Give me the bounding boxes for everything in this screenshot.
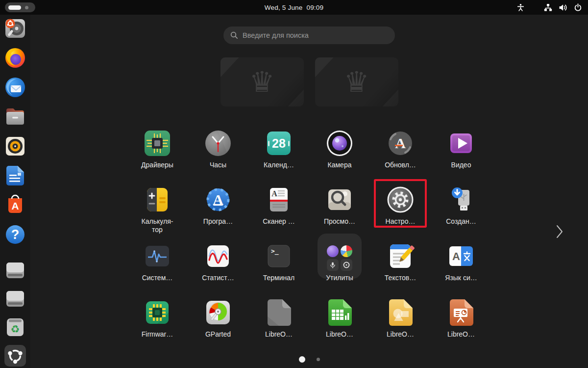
app-clocks[interactable]: Часы: [188, 124, 248, 180]
dock-help[interactable]: ?: [3, 223, 27, 246]
mini-pie-chart-icon: [341, 245, 352, 257]
app-text-editor[interactable]: Текстов…: [370, 237, 431, 293]
app-startup-disk-creator[interactable]: Создан…: [431, 180, 491, 237]
dock-app-center[interactable]: A: [3, 193, 27, 217]
app-libreoffice-impress[interactable]: LibreO…: [431, 293, 491, 349]
mini-disk-icon: [341, 259, 352, 271]
annotation-highlight-box: [374, 179, 427, 228]
trash-icon: ♻: [3, 315, 27, 339]
dock-thunderbird[interactable]: [3, 76, 27, 99]
page-dot-active[interactable]: [299, 356, 305, 363]
app-videos[interactable]: Видео: [431, 124, 491, 180]
app-settings[interactable]: Настро…: [370, 180, 431, 237]
libreoffice-startcenter-icon: [263, 297, 294, 328]
calculator-icon: [142, 184, 173, 215]
dock-rhythmbox[interactable]: [3, 134, 27, 158]
libreoffice-impress-icon: [445, 297, 477, 328]
folder-label: Утилиты: [326, 274, 353, 282]
app-label: Камера: [328, 161, 352, 169]
dock-firefox[interactable]: [3, 46, 27, 70]
app-label: Сканер …: [263, 217, 295, 226]
clock-menu[interactable]: Wed, 5 June 09:09: [0, 4, 588, 11]
ubuntu-installer-icon: [3, 17, 27, 40]
app-gparted[interactable]: GParted: [188, 293, 248, 349]
dock-libreoffice-writer[interactable]: [3, 164, 27, 187]
app-label: Видео: [451, 161, 471, 169]
folder-utilities[interactable]: Утилиты: [309, 237, 370, 293]
text-editor-icon: [385, 240, 416, 272]
drive-icon: [3, 259, 27, 282]
dock-ubuntu-installer[interactable]: [3, 17, 27, 40]
app-label: Календ…: [264, 161, 294, 169]
next-page-chevron-icon[interactable]: [554, 224, 565, 241]
mini-microphone-icon: [327, 259, 339, 271]
app-document-scanner[interactable]: A Сканер …: [248, 180, 309, 237]
utilities-folder-icon: [327, 245, 352, 271]
power-icon[interactable]: [574, 3, 582, 12]
app-terminal[interactable]: >_ Терминал: [248, 237, 309, 293]
app-usage[interactable]: Статист…: [188, 237, 248, 293]
svg-text:A: A: [271, 189, 277, 198]
video-player-icon: [445, 128, 477, 159]
top-bar: Wed, 5 June 09:09: [0, 0, 588, 15]
calendar-icon: 28: [263, 128, 294, 159]
workspace-thumbnail-1[interactable]: ♛: [220, 57, 304, 106]
image-viewer-icon: [324, 184, 355, 215]
app-label: Програ…: [203, 217, 233, 226]
files-folder-icon: [3, 105, 27, 129]
svg-text:♻: ♻: [11, 323, 20, 335]
startup-disk-creator-icon: [445, 184, 477, 215]
mini-app-icon: [327, 245, 339, 257]
workspace-thumbnail-2[interactable]: ♛: [315, 57, 398, 106]
app-label: Firmwar…: [142, 330, 173, 339]
dock-show-apps-button[interactable]: [3, 344, 27, 368]
app-software[interactable]: A Програ…: [188, 180, 248, 237]
network-wired-icon[interactable]: [544, 3, 552, 12]
app-label: GParted: [205, 330, 231, 339]
app-libreoffice-startcenter[interactable]: LibreO…: [248, 293, 309, 349]
page-dot-inactive[interactable]: [317, 358, 320, 361]
dock-drive-1[interactable]: [3, 259, 27, 282]
search-bar[interactable]: [223, 26, 395, 44]
terminal-icon: >_: [263, 240, 294, 272]
firefox-icon: [3, 46, 27, 70]
app-system-monitor[interactable]: Систем…: [127, 237, 188, 293]
system-tray[interactable]: [516, 0, 582, 15]
dock-trash[interactable]: ♻: [3, 315, 27, 339]
app-software-updater[interactable]: A Обновл…: [370, 124, 431, 180]
drivers-chip-icon: [142, 128, 173, 159]
gparted-disk-icon: [202, 297, 234, 328]
svg-text:A: A: [395, 135, 406, 151]
app-image-viewer[interactable]: Просмо…: [309, 180, 370, 237]
volume-icon[interactable]: [559, 3, 567, 12]
app-firmware-updater[interactable]: Firmwar…: [127, 293, 188, 349]
search-input[interactable]: [243, 31, 388, 39]
software-store-icon: A: [202, 184, 234, 215]
svg-text:28: 28: [272, 136, 286, 150]
app-label: Терминал: [263, 274, 294, 282]
app-calculator[interactable]: Калькуля- тор: [127, 180, 188, 237]
libreoffice-calc-icon: [324, 297, 355, 328]
wallpaper-crown-emblem: ♛: [249, 68, 275, 96]
dock-drive-2[interactable]: [3, 287, 27, 311]
accessibility-icon[interactable]: [516, 3, 525, 12]
svg-text:?: ?: [11, 227, 20, 242]
app-calendar[interactable]: 28 Календ…: [248, 124, 309, 180]
app-label: Часы: [210, 161, 226, 169]
app-libreoffice-calc[interactable]: LibreO…: [309, 293, 370, 349]
workspace-thumbnails: ♛ ♛: [30, 57, 588, 106]
app-label: Калькуля- тор: [142, 217, 173, 234]
dock-files[interactable]: [3, 105, 27, 129]
show-apps-ubuntu-icon: [3, 344, 27, 368]
wallpaper-crown-emblem: ♛: [344, 68, 369, 96]
app-label: Систем…: [142, 274, 173, 282]
app-libreoffice-draw[interactable]: LibreO…: [370, 293, 431, 349]
app-label: LibreO…: [387, 330, 414, 339]
app-drivers[interactable]: Драйверы: [127, 124, 188, 180]
svg-text:A: A: [11, 200, 19, 211]
usage-stats-icon: [202, 240, 234, 272]
app-language-support[interactable]: A Язык си…: [431, 237, 491, 293]
app-label: Обновл…: [385, 161, 416, 169]
app-camera[interactable]: Камера: [309, 124, 370, 180]
app-label: Язык си…: [445, 274, 477, 282]
